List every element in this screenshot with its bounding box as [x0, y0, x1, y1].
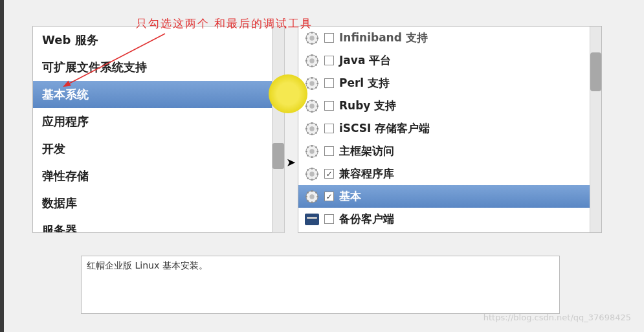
package-label: Ruby 支持: [339, 98, 396, 113]
svg-line-38: [316, 109, 317, 111]
package-item[interactable]: 主框架访问: [298, 140, 590, 162]
description-text: 红帽企业版 Linux 基本安装。: [87, 260, 208, 271]
package-item[interactable]: 备份客户端: [298, 208, 590, 230]
svg-line-48: [316, 132, 317, 133]
svg-point-12: [309, 58, 314, 63]
svg-point-32: [309, 104, 314, 108]
gear-icon: [305, 190, 319, 204]
svg-line-40: [316, 101, 317, 102]
package-label: 主框架访问: [339, 144, 394, 159]
package-checkbox[interactable]: [324, 78, 334, 88]
svg-point-52: [309, 149, 314, 153]
category-label: 应用程序: [42, 115, 89, 128]
right-scrollbar[interactable]: [590, 27, 601, 232]
package-label: 基本: [339, 189, 361, 204]
gear-icon: [305, 144, 319, 159]
cursor-icon: ➤: [286, 155, 296, 169]
category-item[interactable]: 服务器: [33, 217, 284, 232]
svg-line-59: [307, 155, 309, 156]
category-label: 开发: [42, 142, 65, 155]
package-label: Java 平台: [339, 53, 391, 68]
gear-icon: [305, 122, 319, 136]
category-item[interactable]: 弹性存储: [33, 162, 284, 190]
package-item[interactable]: Perl 支持: [298, 72, 590, 94]
svg-line-17: [307, 56, 309, 57]
category-item[interactable]: 数据库: [33, 190, 284, 217]
category-label: 弹性存储: [42, 169, 89, 183]
svg-line-49: [307, 132, 309, 133]
package-label: 备份客户端: [339, 212, 394, 227]
svg-line-10: [316, 33, 317, 34]
svg-line-50: [316, 124, 317, 125]
gear-icon: [305, 54, 319, 68]
svg-line-68: [316, 177, 317, 179]
svg-line-8: [316, 41, 317, 43]
svg-line-9: [307, 41, 309, 43]
annotation-text: 只勾选这两个 和最后的调试工具: [136, 16, 313, 31]
package-checkbox[interactable]: [324, 101, 334, 111]
category-item[interactable]: 可扩展文件系统支持: [33, 54, 284, 81]
package-checkbox[interactable]: [324, 33, 334, 43]
package-label: 兼容程序库: [339, 166, 394, 181]
package-checkbox[interactable]: [324, 146, 334, 156]
svg-line-57: [307, 146, 309, 148]
highlight-circle: [269, 74, 307, 113]
package-item[interactable]: Infiniband 支持: [298, 27, 590, 49]
svg-line-47: [307, 124, 309, 125]
package-checkbox[interactable]: ✓: [324, 169, 334, 179]
svg-point-22: [309, 81, 314, 85]
gear-icon: [305, 167, 319, 181]
category-list[interactable]: Web 服务可扩展文件系统支持基本系统应用程序开发弹性存储数据库服务器桌面: [33, 27, 284, 232]
category-panel: Web 服务可扩展文件系统支持基本系统应用程序开发弹性存储数据库服务器桌面: [32, 26, 285, 233]
svg-line-79: [307, 200, 309, 201]
package-label: iSCSI 存储客户端: [339, 121, 430, 136]
category-item[interactable]: 开发: [33, 135, 284, 162]
package-item[interactable]: ✓基本: [298, 185, 590, 208]
package-item[interactable]: ✓兼容程序库: [298, 162, 590, 185]
scrollbar-thumb[interactable]: [272, 143, 284, 169]
svg-line-39: [307, 109, 309, 111]
svg-line-30: [316, 78, 317, 80]
svg-line-27: [307, 78, 309, 80]
package-checkbox[interactable]: ✓: [324, 192, 334, 201]
package-panel: Infiniband 支持Java 平台Perl 支持Ruby 支持iSCSI …: [298, 26, 602, 233]
category-label: 基本系统: [42, 87, 89, 101]
package-item[interactable]: Ruby 支持: [298, 94, 590, 117]
gear-icon: [305, 76, 319, 91]
svg-line-7: [307, 33, 309, 34]
svg-point-42: [309, 126, 314, 131]
left-scrollbar[interactable]: [272, 26, 285, 233]
package-checkbox[interactable]: [324, 214, 334, 224]
svg-line-19: [307, 64, 309, 65]
gear-icon: [305, 31, 319, 45]
svg-point-72: [309, 194, 314, 199]
svg-line-37: [307, 101, 309, 102]
category-label: Web 服务: [42, 33, 98, 47]
category-label: 数据库: [42, 196, 77, 210]
watermark: https://blog.csdn.net/qq_37698425: [483, 313, 631, 322]
category-label: 可扩展文件系统支持: [42, 60, 147, 74]
svg-line-78: [316, 200, 317, 201]
package-list[interactable]: Infiniband 支持Java 平台Perl 支持Ruby 支持iSCSI …: [298, 27, 590, 232]
gear-icon: [305, 99, 319, 113]
disk-icon: [305, 214, 319, 225]
svg-point-2: [309, 36, 314, 40]
svg-line-67: [307, 169, 309, 170]
category-label: 服务器: [42, 223, 77, 232]
svg-line-18: [316, 64, 317, 65]
svg-line-77: [307, 192, 309, 193]
svg-line-58: [316, 155, 317, 156]
package-item[interactable]: iSCSI 存储客户端: [298, 117, 590, 140]
category-item[interactable]: 基本系统: [33, 81, 284, 108]
category-item[interactable]: 应用程序: [33, 108, 284, 135]
package-checkbox[interactable]: [324, 56, 334, 65]
svg-line-69: [307, 177, 309, 179]
svg-line-60: [316, 146, 317, 148]
svg-line-29: [307, 87, 309, 88]
svg-line-70: [316, 169, 317, 170]
scrollbar-thumb[interactable]: [590, 52, 601, 91]
package-checkbox[interactable]: [324, 124, 334, 133]
package-item[interactable]: Java 平台: [298, 49, 590, 72]
svg-line-20: [316, 56, 317, 57]
window-border-left: [0, 0, 4, 332]
